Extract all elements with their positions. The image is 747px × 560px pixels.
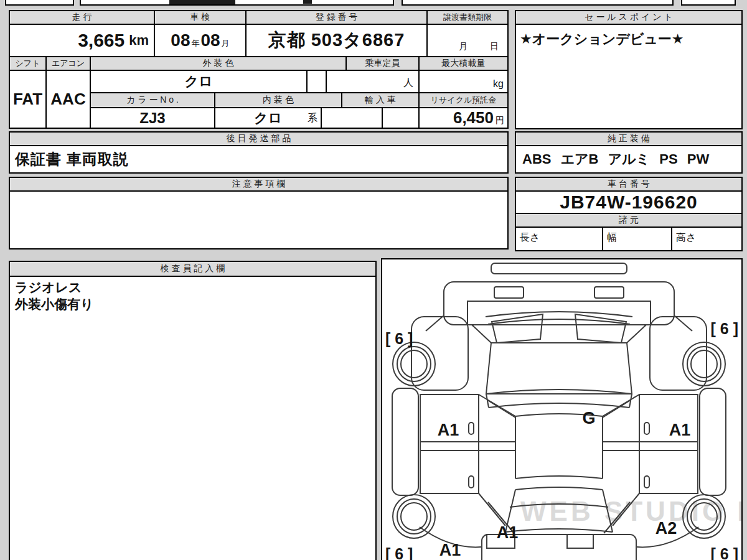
color-no-value-cell: ZJ3 [90, 107, 215, 129]
inspection-header-label: 車 検 [190, 12, 210, 23]
year-suffix: 年 [192, 38, 200, 49]
door-handle-rear-left [469, 476, 474, 488]
transfer-deadline-header: 譲渡書類期限 [426, 10, 509, 25]
max-load-value-cell: kg [418, 70, 509, 93]
hood [486, 343, 632, 394]
deadline-day-label: 日 [490, 41, 499, 52]
transfer-deadline-value-cell: 月 日 [426, 24, 509, 57]
later-shipping-value: 保証書 車両取説 [10, 149, 129, 169]
recycle-deposit-header: リサイクル預託金 [418, 92, 509, 108]
cropped-row-fragment [5, 0, 74, 6]
vehicle-top-view-diagram: WEB STUDIO PRO [382, 259, 741, 560]
cropped-row-fragment [402, 0, 674, 6]
cropped-text-remnant [303, 0, 312, 4]
bumper-corner-left [426, 315, 444, 331]
cropped-text-remnant [169, 0, 235, 4]
width-label: 幅 [603, 228, 621, 248]
damage-mark-door-left: A1 [438, 421, 459, 439]
doors-right [639, 394, 698, 493]
height-cell: 高さ [671, 226, 743, 251]
mileage-value: 3,665 [78, 30, 125, 51]
tire-grade-rear-left: [ 6 ] [385, 545, 413, 560]
max-load-header-label: 最大積載量 [442, 58, 486, 69]
capacity-header-label: 乗車定員 [365, 58, 400, 69]
rear-window-top [515, 476, 603, 478]
wheel-front-right [683, 342, 725, 386]
side-step-left [392, 388, 418, 495]
capacity-value-cell: 人 [326, 70, 420, 93]
windshield-top [486, 390, 632, 394]
door-handle-front-right [644, 422, 649, 434]
aircon-value-cell: AAC [45, 70, 91, 129]
inspector-line-2: 外装小傷有り [15, 296, 370, 313]
watermark: WEB STUDIO PRO [520, 496, 741, 526]
exterior-color-header-label: 外 装 色 [203, 58, 234, 69]
aircon-header: エアコン [45, 56, 91, 71]
door-gap-right [603, 442, 698, 450]
inspection-value-cell: 08 年 08 月 [154, 24, 247, 57]
fender-front-right [650, 317, 707, 390]
interior-color-value: クロ [254, 109, 282, 128]
shift-value: FAT [13, 90, 42, 109]
tire-grade-front-left: [ 6 ] [385, 330, 413, 347]
sales-point-header: セ ー ル ス ポ イ ン ト [515, 10, 743, 25]
mileage-header: 走 行 [9, 10, 155, 25]
exterior-color-header: 外 装 色 [90, 56, 347, 71]
equipment-header-label: 純 正 装 備 [608, 133, 650, 144]
door-handle-front-left [469, 422, 474, 434]
fender-front-left [411, 317, 468, 390]
notes-body [9, 190, 509, 250]
front-strip [491, 263, 627, 274]
height-label: 高さ [672, 228, 700, 248]
vehicle-diagram-panel: WEB STUDIO PRO [381, 258, 743, 560]
chassis-header-label: 車 台 番 号 [608, 179, 650, 190]
hood-side-left [472, 325, 491, 343]
notes-header-label: 注 意 事 項 欄 [232, 179, 286, 190]
damage-mark-rear-left: A1 [439, 541, 461, 559]
dimensions-header-label: 諸 元 [619, 215, 639, 226]
inspector-body: ラジオレス 外装小傷有り [9, 276, 377, 560]
shift-header-label: シフト [16, 58, 40, 69]
interior-color-header: 内 装 色 [214, 92, 342, 108]
max-load-unit: kg [493, 78, 504, 90]
mileage-header-label: 走 行 [72, 12, 92, 23]
hood-side-right [627, 325, 646, 343]
recycle-deposit-value: 6,450 [453, 108, 494, 128]
aircon-header-label: エアコン [52, 58, 85, 69]
chassis-number: JB74W-196620 [560, 192, 698, 213]
tire-grade-front-right: [ 6 ] [711, 320, 738, 337]
color-no-value: ZJ3 [139, 110, 165, 127]
equipment-value: ABS エアB アルミ PS PW [516, 150, 709, 169]
max-load-header: 最大積載量 [418, 56, 509, 71]
deadline-month-label: 月 [459, 41, 467, 52]
headlight-right [594, 287, 624, 298]
month-suffix: 月 [222, 38, 230, 49]
cowl-arc-2 [488, 319, 630, 324]
equipment-header: 純 正 装 備 [515, 131, 743, 146]
registration-header: 登 録 番 号 [245, 10, 428, 25]
auction-sheet: 走 行 車 検 登 録 番 号 譲渡書類期限 3,665 km 08 年 08 … [0, 0, 747, 560]
doors-left [420, 394, 479, 493]
inspection-month: 08 [201, 30, 220, 50]
front-bumper [444, 282, 674, 325]
windshield-bottom [489, 403, 629, 408]
damage-mark-rear-center: A1 [497, 523, 519, 542]
cropped-row-fragment [80, 0, 394, 6]
rear-window-bottom [515, 487, 603, 490]
registration-value-cell: 京都 503タ6867 [245, 24, 428, 57]
cropped-row-fragment [681, 0, 736, 6]
import-header: 輸 入 車 [341, 92, 420, 108]
wiper-right [575, 314, 626, 343]
capacity-unit: 人 [403, 77, 413, 90]
damage-mark-door-right: A1 [669, 421, 691, 439]
rear-bumper-notch-right [567, 534, 593, 548]
wheel-front-left [393, 342, 435, 386]
recycle-deposit-value-cell: 6,450 円 [418, 107, 509, 129]
inspection-header: 車 検 [154, 10, 247, 25]
inspector-header-label: 検 査 員 記 入 欄 [161, 263, 225, 274]
sales-point-header-label: セ ー ル ス ポ イ ン ト [585, 12, 673, 23]
width-cell: 幅 [602, 226, 672, 251]
aircon-value: AAC [50, 90, 85, 109]
side-step-right [700, 388, 726, 495]
inspector-line-1: ラジオレス [15, 279, 370, 296]
